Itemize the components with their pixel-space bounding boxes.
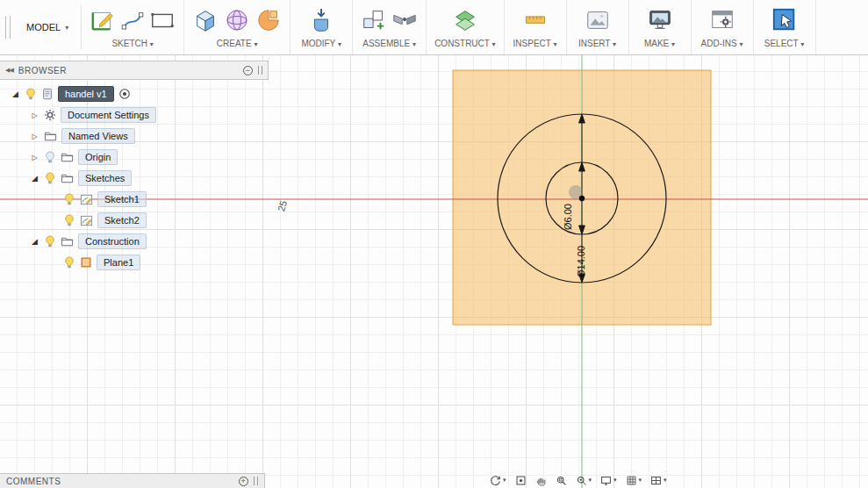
sphere-icon[interactable] xyxy=(223,6,251,34)
toolbar-group-construct: CONSTRUCT ▾ xyxy=(427,0,504,54)
browser-item-label[interactable]: Construction xyxy=(78,233,147,249)
toolbar-menu-modify[interactable]: MODIFY ▾ xyxy=(301,39,341,48)
folder-icon xyxy=(44,130,57,143)
chevron-down-icon: ▾ xyxy=(589,477,592,484)
browser-item-label[interactable]: Sketch2 xyxy=(97,212,147,228)
create-sketch-icon[interactable] xyxy=(90,7,116,33)
new-component-icon[interactable] xyxy=(361,7,387,33)
collapse-panel-icon[interactable]: ◀◀ xyxy=(5,67,13,74)
activate-component-radio-icon[interactable] xyxy=(118,88,131,100)
toolbar-group-inspect: INSPECT ▾ xyxy=(505,0,567,54)
browser-item-label[interactable]: Sketch1 xyxy=(97,191,147,207)
look-at-button[interactable] xyxy=(515,475,527,486)
browser-item-label[interactable]: Origin xyxy=(78,149,118,165)
visibility-bulb-icon[interactable] xyxy=(44,172,56,184)
toolbar-grip[interactable] xyxy=(5,16,11,39)
chevron-down-icon: ▾ xyxy=(613,477,617,484)
toolbar-group-insert: INSERT ▾ xyxy=(567,0,629,54)
select-icon[interactable] xyxy=(771,7,798,33)
panel-resize-grip[interactable] xyxy=(258,66,262,75)
zoom-window-button[interactable] xyxy=(556,475,567,486)
toolbar-menu-assemble[interactable]: ASSEMBLE ▾ xyxy=(362,39,416,48)
expand-icon[interactable]: ▷ xyxy=(30,154,39,161)
display-settings-icon xyxy=(600,475,612,486)
browser-item-sketch1[interactable]: Sketch1 xyxy=(0,189,269,210)
insert-image-icon[interactable] xyxy=(585,7,611,33)
chevron-down-icon: ▾ xyxy=(412,40,416,48)
orbit-button[interactable]: ▾ xyxy=(490,475,506,486)
browser-title: BROWSER xyxy=(18,66,67,75)
addins-icon[interactable] xyxy=(709,7,735,33)
browser-item-label[interactable]: Document Settings xyxy=(61,107,156,123)
chevron-down-icon: ▾ xyxy=(739,40,742,48)
toolbar-menu-select[interactable]: SELECT ▾ xyxy=(764,39,805,48)
viewports-icon xyxy=(650,475,662,486)
pan-button[interactable] xyxy=(535,475,547,486)
workspace-switcher[interactable]: MODEL ▾ xyxy=(14,0,81,54)
chevron-down-icon: ▾ xyxy=(639,477,642,484)
toolbar-menu-make[interactable]: MAKE ▾ xyxy=(644,39,675,48)
browser-item-label[interactable]: Plane1 xyxy=(97,255,140,270)
toolbar-menu-add-ins[interactable]: ADD-INS ▾ xyxy=(701,39,743,48)
toolbar-menu-construct[interactable]: CONSTRUCT ▾ xyxy=(434,39,495,48)
display-settings-button[interactable]: ▾ xyxy=(600,475,617,486)
chevron-down-icon: ▾ xyxy=(254,40,257,48)
visibility-bulb-icon[interactable] xyxy=(63,256,75,269)
expand-icon[interactable]: ▷ xyxy=(30,133,39,140)
grid-settings-button[interactable]: ▾ xyxy=(626,475,642,486)
browser-item-label[interactable]: handel v1 xyxy=(58,86,114,102)
collapse-icon[interactable]: ◢ xyxy=(11,90,20,98)
browser-panel: ◀◀ BROWSER − ◢handel v1▷Document Setting… xyxy=(0,61,269,273)
browser-item-label[interactable]: Sketches xyxy=(78,170,132,186)
visibility-bulb-icon[interactable] xyxy=(25,88,37,100)
chevron-down-icon: ▾ xyxy=(613,40,616,48)
viewports-button[interactable]: ▾ xyxy=(650,475,667,486)
comments-bar[interactable]: COMMENTS + xyxy=(0,473,265,488)
browser-item-label[interactable]: Named Views xyxy=(61,128,135,144)
zoom-icon xyxy=(576,475,587,486)
chevron-down-icon: ▾ xyxy=(150,40,154,48)
browser-item-plane1[interactable]: Plane1 xyxy=(0,252,269,273)
browser-item-sketch2[interactable]: Sketch2 xyxy=(0,210,269,231)
browser-item-named-views[interactable]: ▷Named Views xyxy=(0,126,269,147)
form-icon[interactable] xyxy=(255,6,282,34)
toolbar-menu-inspect[interactable]: INSPECT ▾ xyxy=(513,39,557,48)
visibility-bulb-icon[interactable] xyxy=(63,214,75,226)
toolbar-group-select: SELECT ▾ xyxy=(754,0,816,54)
zoom-button[interactable]: ▾ xyxy=(576,475,592,486)
plane-icon xyxy=(80,256,92,269)
browser-header[interactable]: ◀◀ BROWSER − xyxy=(0,61,269,80)
toolbar-menu-insert[interactable]: INSERT ▾ xyxy=(578,39,616,48)
browser-item-construction[interactable]: ◢Construction xyxy=(0,231,269,252)
panel-resize-grip[interactable] xyxy=(254,477,258,485)
chevron-down-icon: ▾ xyxy=(503,477,506,484)
browser-item-handel-v1[interactable]: ◢handel v1 xyxy=(0,83,269,104)
chevron-down-icon: ▾ xyxy=(664,477,667,484)
browser-item-document-settings[interactable]: ▷Document Settings xyxy=(0,104,269,126)
press-pull-icon[interactable] xyxy=(308,6,334,34)
toolbar-menu-sketch[interactable]: SKETCH ▾ xyxy=(111,39,153,48)
expand-icon[interactable]: ▷ xyxy=(30,111,39,119)
chevron-down-icon: ▾ xyxy=(800,40,804,48)
collapse-icon[interactable]: ◢ xyxy=(30,237,39,246)
rectangle-icon[interactable] xyxy=(149,7,176,33)
minimize-panel-icon[interactable]: − xyxy=(243,66,253,75)
gear-icon xyxy=(44,109,56,121)
visibility-bulb-icon[interactable] xyxy=(63,193,75,205)
spline-icon[interactable] xyxy=(120,7,145,33)
box-icon[interactable] xyxy=(192,6,219,34)
browser-item-sketches[interactable]: ◢Sketches xyxy=(0,168,269,189)
browser-item-origin[interactable]: ▷Origin xyxy=(0,147,269,168)
construction-plane-icon[interactable] xyxy=(452,7,478,33)
measure-icon[interactable] xyxy=(522,9,549,32)
collapse-icon[interactable]: ◢ xyxy=(30,174,39,183)
visibility-bulb-icon[interactable] xyxy=(44,235,56,248)
toolbar-menu-create[interactable]: CREATE ▾ xyxy=(217,39,258,48)
joint-icon[interactable] xyxy=(391,7,418,33)
top-toolbar: MODEL ▾ SKETCH ▾CREATE ▾MODIFY ▾ASSEMBLE… xyxy=(0,0,868,55)
visibility-bulb-icon[interactable] xyxy=(44,151,56,163)
document-icon xyxy=(41,88,54,100)
make-icon[interactable] xyxy=(647,7,673,33)
expand-comments-icon[interactable]: + xyxy=(239,477,248,486)
browser-tree: ◢handel v1▷Document Settings▷Named Views… xyxy=(0,80,269,273)
